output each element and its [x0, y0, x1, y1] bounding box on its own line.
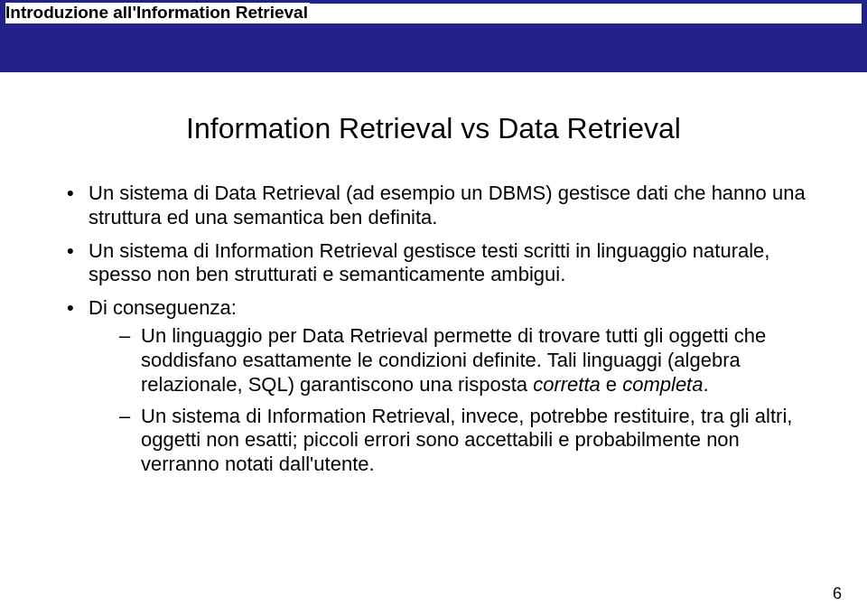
page-number: 6 — [833, 584, 842, 603]
sub-bullet-text: Un sistema di Information Retrieval, inv… — [141, 405, 792, 476]
bullet-text: Un sistema di Data Retrieval (ad esempio… — [89, 182, 806, 229]
list-item: Di conseguenza: Un linguaggio per Data R… — [67, 296, 816, 477]
sub-bullet-list: Un linguaggio per Data Retrieval permett… — [89, 324, 816, 477]
emphasis: completa — [622, 373, 703, 396]
course-title: Introduzione all'Information Retrieval — [5, 3, 310, 22]
bullet-text: Un sistema di Information Retrieval gest… — [89, 239, 769, 286]
list-item: Un sistema di Information Retrieval, inv… — [119, 405, 816, 477]
sub-bullet-text: . — [703, 373, 708, 396]
bullet-list: Un sistema di Data Retrieval (ad esempio… — [51, 182, 816, 477]
list-item: Un linguaggio per Data Retrieval permett… — [119, 324, 816, 397]
emphasis: corretta — [533, 373, 601, 396]
header-band: Introduzione all'Information Retrieval — [0, 0, 867, 72]
slide-title: Information Retrieval vs Data Retrieval — [51, 112, 816, 145]
bullet-text: Di conseguenza: — [89, 296, 237, 319]
sub-bullet-text: e — [601, 373, 622, 396]
slide-body: Information Retrieval vs Data Retrieval … — [0, 72, 867, 504]
list-item: Un sistema di Information Retrieval gest… — [67, 239, 816, 288]
list-item: Un sistema di Data Retrieval (ad esempio… — [67, 182, 816, 230]
